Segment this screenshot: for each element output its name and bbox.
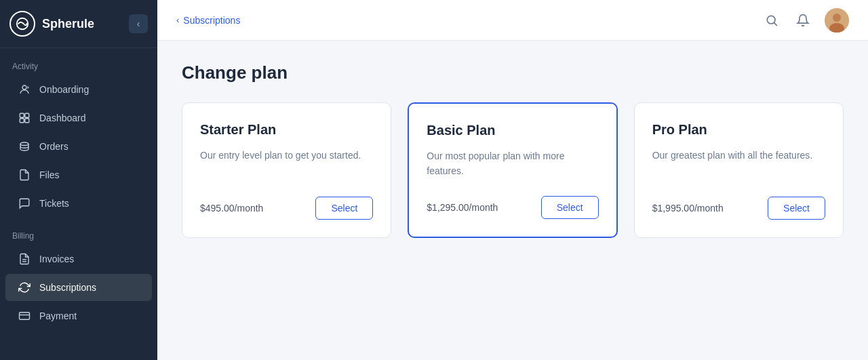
svg-point-6: [20, 142, 28, 146]
topbar-actions: [762, 8, 849, 33]
plan-description-starter: Our entry level plan to get you started.: [200, 148, 373, 180]
sidebar-header: Spherule ‹: [0, 0, 157, 48]
breadcrumb-chevron-icon: ‹: [176, 15, 179, 25]
select-button-pro[interactable]: Select: [768, 197, 825, 220]
invoices-icon: [18, 252, 31, 266]
activity-section-label: Activity: [0, 48, 157, 75]
breadcrumb-label: Subscriptions: [183, 15, 240, 26]
plan-name-starter: Starter Plan: [200, 122, 373, 138]
invoices-label: Invoices: [39, 254, 74, 264]
subscriptions-label: Subscriptions: [39, 282, 96, 293]
sidebar: Spherule ‹ Activity Onboarding Dashboard: [0, 0, 157, 360]
page-title: Change plan: [182, 62, 844, 83]
plan-price-pro: $1,995.00/month: [652, 203, 724, 214]
orders-icon: [18, 140, 31, 153]
sidebar-item-dashboard[interactable]: Dashboard: [5, 104, 152, 132]
sidebar-item-tickets[interactable]: Tickets: [5, 190, 152, 217]
notifications-button[interactable]: [793, 11, 812, 30]
svg-point-1: [22, 85, 26, 89]
plan-card-pro: Pro Plan Our greatest plan with all the …: [634, 102, 844, 238]
main-content: ‹ Subscriptions: [157, 0, 868, 360]
avatar[interactable]: [825, 8, 849, 33]
svg-rect-9: [20, 313, 30, 320]
select-button-starter[interactable]: Select: [315, 197, 373, 220]
payment-label: Payment: [39, 311, 77, 321]
breadcrumb[interactable]: ‹ Subscriptions: [176, 15, 240, 26]
search-button[interactable]: [762, 11, 781, 30]
tickets-label: Tickets: [39, 198, 69, 209]
dashboard-icon: [18, 111, 31, 125]
payment-icon: [18, 309, 31, 323]
brand-name: Spherule: [42, 17, 94, 31]
sidebar-item-invoices[interactable]: Invoices: [5, 245, 152, 273]
logo-icon: [9, 11, 35, 37]
svg-point-11: [767, 16, 775, 24]
onboarding-icon: [18, 83, 31, 96]
plan-footer-starter: $495.00/month Select: [200, 197, 373, 220]
plans-grid: Starter Plan Our entry level plan to get…: [182, 102, 844, 238]
page-content: Change plan Starter Plan Our entry level…: [157, 41, 868, 360]
files-icon: [18, 168, 31, 182]
billing-section-label: Billing: [0, 218, 157, 245]
files-label: Files: [39, 169, 60, 180]
svg-line-12: [774, 22, 777, 25]
sidebar-toggle-button[interactable]: ‹: [129, 14, 148, 33]
svg-rect-3: [25, 113, 29, 117]
sidebar-item-orders[interactable]: Orders: [5, 133, 152, 160]
select-button-basic[interactable]: Select: [541, 196, 599, 219]
plan-footer-basic: $1,295.00/month Select: [427, 196, 598, 219]
sidebar-item-payment[interactable]: Payment: [5, 302, 152, 329]
plan-description-pro: Our greatest plan with all the features.: [652, 148, 825, 180]
orders-label: Orders: [39, 141, 68, 152]
plan-card-basic: Basic Plan Our most popular plan with mo…: [408, 102, 617, 238]
plan-price-basic: $1,295.00/month: [427, 202, 498, 213]
svg-rect-5: [25, 119, 29, 123]
tickets-icon: [18, 197, 31, 210]
plan-card-starter: Starter Plan Our entry level plan to get…: [182, 102, 391, 238]
sidebar-item-files[interactable]: Files: [5, 161, 152, 188]
dashboard-label: Dashboard: [39, 113, 86, 123]
plan-price-starter: $495.00/month: [200, 203, 263, 214]
plan-name-basic: Basic Plan: [427, 123, 598, 138]
subscriptions-icon: [18, 281, 31, 294]
sidebar-item-subscriptions[interactable]: Subscriptions: [5, 274, 152, 301]
svg-point-14: [833, 14, 841, 22]
onboarding-label: Onboarding: [39, 84, 89, 95]
sidebar-item-onboarding[interactable]: Onboarding: [5, 76, 152, 103]
plan-name-pro: Pro Plan: [652, 122, 825, 138]
plan-footer-pro: $1,995.00/month Select: [652, 197, 825, 220]
topbar: ‹ Subscriptions: [157, 0, 868, 41]
svg-rect-4: [20, 119, 24, 123]
plan-description-basic: Our most popular plan with more features…: [427, 149, 598, 180]
svg-rect-2: [20, 113, 24, 117]
